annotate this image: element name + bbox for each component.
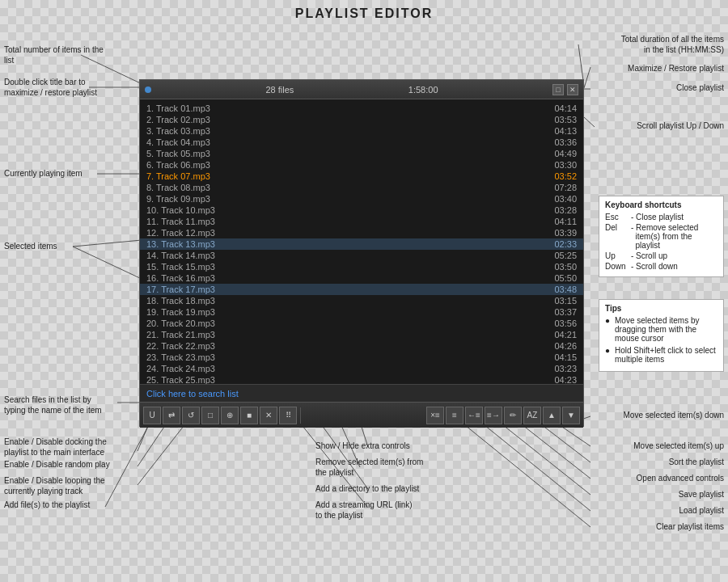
track-item[interactable]: 13. Track 13.mp302:33 [140,238,583,250]
playlist-search[interactable]: Click here to search list [140,384,583,402]
track-item[interactable]: 8. Track 08.mp307:28 [140,182,583,193]
annotation-double-click: Double click title bar to maximize / res… [4,77,117,98]
annotation-scroll-updown: Scroll playlist Up / Down [637,120,724,131]
shortcut-up: Up - Scroll up [605,251,717,260]
toolbar-btn-edit[interactable]: ✏ [504,407,522,424]
shortcut-desc-down: - Scroll down [631,262,678,271]
close-btn[interactable]: ✕ [567,84,578,95]
svg-line-4 [73,247,142,279]
track-item[interactable]: 10. Track 10.mp303:28 [140,205,583,216]
track-item[interactable]: 7. Track 07.mp303:52 [140,171,583,182]
tip-bullet-2: ● [605,346,612,364]
track-item[interactable]: 22. Track 22.mp304:26 [140,340,583,352]
shortcut-desc-up: - Scroll up [631,251,667,260]
toolbar-btn-move-down[interactable]: ▼ [562,407,580,424]
shortcut-desc-del: - Remove selected item(s) from the playl… [631,223,698,250]
annotation-maximize-restore: Maximize / Restore playlist [628,63,724,74]
maximize-btn[interactable]: □ [552,84,564,95]
annotation-show-hide: Show / Hide extra controls [315,441,410,451]
svg-line-16 [538,422,590,462]
track-item[interactable]: 18. Track 18.mp303:15 [140,295,583,306]
track-item[interactable]: 14. Track 14.mp305:25 [140,250,583,261]
annotation-open-advanced: Open advanced controls [637,473,724,483]
track-item[interactable]: 24. Track 24.mp303:23 [140,363,583,374]
playlist-window: 28 files 1:58:00 □ ✕ 1. Track 01.mp304:1… [139,79,584,427]
titlebar-files: 28 files [265,85,294,95]
toolbar-btn-8[interactable]: ⠿ [279,407,297,424]
annotation-total-items: Total number of items in the list [4,44,109,65]
svg-line-20 [461,422,590,527]
toolbar-btn-sel-all[interactable]: ×≡ [426,407,444,424]
toolbar-separator-1 [300,407,301,424]
svg-line-8 [138,422,187,485]
track-item[interactable]: 3. Track 03.mp304:13 [140,125,583,137]
search-label: Click here to search list [146,389,239,399]
toolbar-btn-sort[interactable]: AZ [523,407,541,424]
annotation-add-url: Add a streaming URL (link)to the playlis… [315,500,413,521]
toolbar-btn-1[interactable]: U [143,407,161,424]
annotation-clear-items: Clear playlist items [656,521,724,532]
toolbar-btn-sel-none[interactable]: ≡ [446,407,463,424]
toolbar-btn-crop[interactable]: ≡→ [485,407,502,424]
track-item[interactable]: 25. Track 25.mp304:23 [140,374,583,384]
annotation-sort-playlist: Sort the playlist [669,457,724,467]
track-item[interactable]: 1. Track 01.mp304:14 [140,103,583,114]
toolbar-btn-4[interactable]: □ [201,407,219,424]
annotation-total-duration: Total duration of all the itemsin the li… [621,34,724,55]
svg-line-7 [138,422,167,466]
toolbar-btn-inv-sel[interactable]: ←≡ [465,407,483,424]
svg-line-9 [105,422,150,507]
svg-line-18 [499,422,590,495]
page-title: PLAYLIST EDITOR [295,6,433,21]
annotation-close-playlist-top: Close playlist [676,82,724,93]
toolbar-btn-7[interactable]: ✕ [260,407,277,424]
annotation-move-down: Move selected item(s) down [624,410,725,420]
annotation-save-playlist: Save playlist [679,489,724,500]
keyboard-shortcuts-box: Keyboard shortcuts Esc - Close playlist … [599,196,724,277]
annotation-move-up: Move selected item(s) up [633,441,724,451]
shortcut-del: Del - Remove selected item(s) from the p… [605,223,717,250]
annotation-selected-items: Selected items [4,241,57,251]
track-item[interactable]: 11. Track 11.mp304:11 [140,216,583,227]
track-item[interactable]: 4. Track 04.mp303:36 [140,137,583,148]
svg-line-19 [480,422,590,511]
track-item[interactable]: 9. Track 09.mp303:40 [140,193,583,205]
titlebar-duration: 1:58:00 [408,85,438,95]
track-item[interactable]: 16. Track 16.mp305:50 [140,272,583,284]
track-item[interactable]: 19. Track 19.mp303:37 [140,306,583,318]
annotation-load-playlist: Load playlist [679,505,724,516]
track-item[interactable]: 5. Track 05.mp304:49 [140,148,583,159]
svg-line-11 [584,67,590,88]
shortcut-key-del: Del [605,223,628,232]
svg-line-17 [518,422,590,479]
annotation-search-files: Search files in the list bytyping the na… [4,394,102,415]
annotation-enable-looping: Enable / Disable looping thecurrently pl… [4,475,105,496]
playlist-content: 1. Track 01.mp304:142. Track 02.mp303:53… [140,99,583,384]
shortcut-esc: Esc - Close playlist [605,213,717,221]
shortcut-desc-esc: - Close playlist [631,213,684,221]
toolbar-btn-move-up[interactable]: ▲ [543,407,561,424]
track-item[interactable]: 23. Track 23.mp304:15 [140,352,583,363]
track-item[interactable]: 2. Track 02.mp303:53 [140,114,583,125]
track-item[interactable]: 21. Track 21.mp304:21 [140,329,583,340]
playlist-toolbar: U ⇄ ↺ □ ⊕ ■ ✕ ⠿ ×≡ ≡ ←≡ ≡→ ✏ AZ ▲ ▼ [140,402,583,428]
svg-line-13 [584,117,595,127]
toolbar-btn-3[interactable]: ↺ [182,407,200,424]
toolbar-btn-2[interactable]: ⇄ [163,407,180,424]
toolbar-btn-6[interactable]: ■ [240,407,258,424]
track-item[interactable]: 17. Track 17.mp303:48 [140,284,583,295]
tip-1: ● Move selected items by dragging them w… [605,316,717,343]
track-item[interactable]: 6. Track 06.mp303:30 [140,159,583,171]
shortcut-key-up: Up [605,251,628,260]
shortcut-key-down: Down [605,262,628,271]
tip-bullet-1: ● [605,316,612,343]
annotation-add-files: Add file(s) to the playlist [4,500,90,510]
titlebar-dot [145,86,151,93]
track-item[interactable]: 12. Track 12.mp303:39 [140,227,583,238]
toolbar-btn-5[interactable]: ⊕ [221,407,239,424]
track-item[interactable]: 20. Track 20.mp303:56 [140,318,583,329]
playlist-titlebar[interactable]: 28 files 1:58:00 □ ✕ [140,80,583,99]
track-item[interactable]: 15. Track 15.mp303:50 [140,261,583,272]
shortcuts-title: Keyboard shortcuts [605,200,717,209]
svg-line-23 [320,422,368,489]
